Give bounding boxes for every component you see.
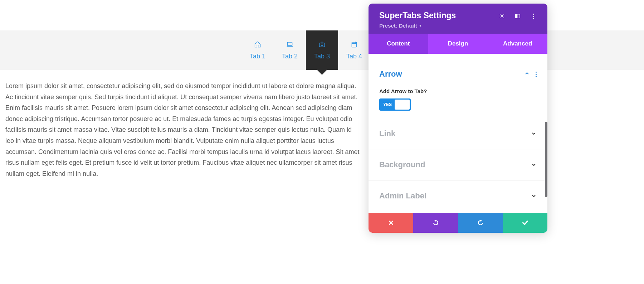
snap-left-icon[interactable] — [514, 13, 521, 19]
chevron-up-icon — [524, 71, 530, 78]
svg-rect-0 — [287, 42, 292, 45]
page-canvas: Tab 1 Tab 2 Tab 3 Tab 4 Tab 5 — [0, 0, 644, 179]
tab-label: Tab 2 — [282, 53, 298, 60]
tab-4[interactable]: Tab 4 — [338, 30, 370, 70]
settings-panel: SuperTabs Settings Preset: Default ▼ Con… — [369, 4, 547, 179]
section-background: Background — [369, 149, 547, 179]
section-link-header[interactable]: Link — [379, 125, 537, 142]
field-label-add-arrow: Add Arrow to Tab? — [379, 88, 537, 94]
panel-title: SuperTabs Settings — [379, 11, 456, 20]
chevron-down-icon — [531, 131, 537, 136]
panel-header: SuperTabs Settings Preset: Default ▼ — [369, 4, 547, 34]
tab-design[interactable]: Design — [428, 34, 488, 54]
tab-3[interactable]: Tab 3 — [306, 30, 338, 70]
calendar-icon — [351, 40, 358, 48]
section-background-header[interactable]: Background — [379, 157, 537, 173]
toggle-knob — [395, 100, 410, 110]
section-title: Arrow — [379, 69, 402, 79]
svg-rect-1 — [319, 43, 325, 47]
laptop-icon — [286, 40, 293, 48]
tab-label: Tab 1 — [250, 53, 265, 60]
section-arrow-header[interactable]: Arrow — [379, 69, 537, 79]
scrollbar[interactable] — [545, 122, 547, 179]
svg-rect-6 — [501, 15, 503, 17]
section-more-icon[interactable] — [536, 72, 537, 77]
camera-icon — [318, 40, 326, 48]
home-icon — [254, 40, 261, 48]
section-link: Link — [369, 118, 547, 149]
chevron-down-icon — [531, 162, 537, 168]
toggle-add-arrow[interactable]: YES — [379, 98, 411, 111]
tab-content-text: Lorem ipsum dolor sit amet, consectetur … — [0, 70, 365, 179]
section-arrow: Arrow Add Arrow to Tab? YES — [369, 62, 547, 118]
tab-label: Tab 4 — [346, 53, 362, 60]
caret-down-icon: ▼ — [419, 24, 422, 28]
tab-1[interactable]: Tab 1 — [241, 30, 274, 70]
section-title: Link — [379, 129, 395, 138]
section-title: Background — [379, 160, 425, 169]
preset-selector[interactable]: Preset: Default ▼ — [379, 23, 456, 29]
tab-2[interactable]: Tab 2 — [274, 30, 306, 70]
tab-advanced[interactable]: Advanced — [488, 34, 547, 54]
more-icon[interactable] — [530, 13, 537, 19]
svg-rect-8 — [516, 14, 517, 18]
svg-rect-3 — [352, 42, 356, 47]
tabs-bar: Tab 1 Tab 2 Tab 3 Tab 4 Tab 5 — [0, 30, 644, 70]
tab-label: Tab 3 — [314, 53, 330, 60]
toggle-value: YES — [380, 102, 395, 107]
svg-point-2 — [321, 44, 323, 45]
tab-content[interactable]: Content — [369, 34, 428, 54]
preset-label: Preset: Default — [379, 23, 417, 29]
expand-icon[interactable] — [499, 13, 505, 19]
panel-tabs: Content Design Advanced — [369, 34, 547, 54]
panel-body: Arrow Add Arrow to Tab? YES Link — [369, 54, 547, 179]
